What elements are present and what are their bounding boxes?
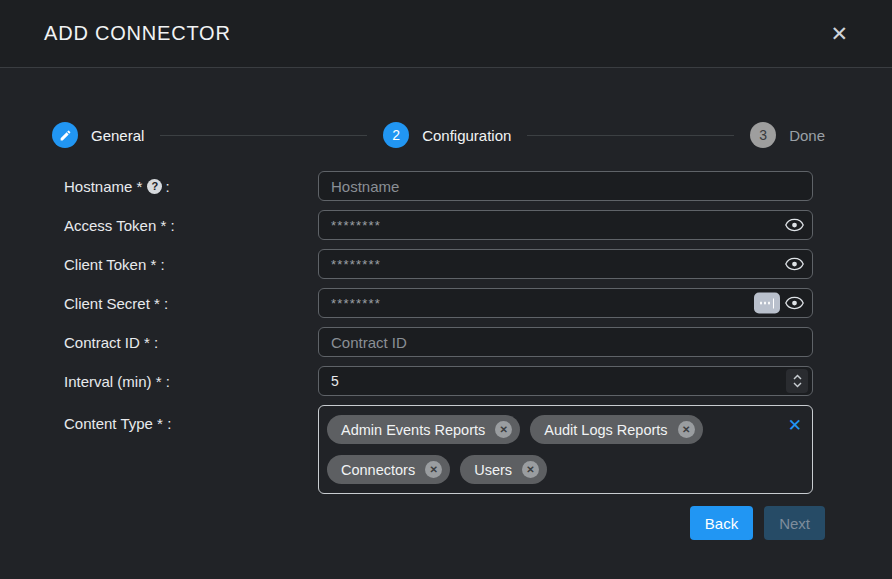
number-stepper-icon[interactable] — [786, 369, 808, 393]
client-secret-label: Client Secret * : — [64, 295, 318, 312]
hostname-label: Hostname * ? : — [64, 178, 318, 195]
step-done: 3 Done — [750, 122, 825, 148]
tag-admin-events-reports: Admin Events Reports ✕ — [327, 415, 520, 444]
step-2-badge: 2 — [383, 122, 409, 148]
hostname-row: Hostname * ? : — [64, 171, 825, 201]
wizard-stepper: General 2 Configuration 3 Done — [52, 122, 825, 148]
connector-config-form: Hostname * ? : Access Token * : — [64, 171, 825, 540]
client-token-row: Client Token * : — [64, 249, 825, 279]
content-type-field-wrap: Admin Events Reports ✕ Audit Logs Report… — [318, 405, 813, 494]
content-type-row: Content Type * : Admin Events Reports ✕ … — [64, 405, 825, 494]
modal-title: ADD CONNECTOR — [44, 22, 231, 45]
content-type-label: Content Type * : — [64, 415, 318, 432]
stepper-connector — [527, 135, 734, 136]
client-token-label: Client Token * : — [64, 256, 318, 273]
tag-users: Users ✕ — [460, 455, 547, 484]
pencil-icon — [52, 122, 78, 148]
tag-remove-icon[interactable]: ✕ — [495, 421, 512, 438]
client-token-field-wrap — [318, 249, 813, 279]
tag-remove-icon[interactable]: ✕ — [522, 461, 539, 478]
access-token-row: Access Token * : — [64, 210, 825, 240]
password-autofill-icon[interactable] — [754, 293, 780, 314]
content-type-multiselect[interactable]: Admin Events Reports ✕ Audit Logs Report… — [318, 405, 813, 494]
contract-id-input[interactable] — [318, 327, 813, 357]
clear-all-icon[interactable]: ✕ — [788, 417, 802, 434]
step-configuration-label: Configuration — [422, 127, 511, 144]
client-secret-field-wrap — [318, 288, 813, 318]
tag-connectors: Connectors ✕ — [327, 455, 450, 484]
next-button[interactable]: Next — [764, 506, 825, 540]
add-connector-modal: ADD CONNECTOR ✕ General 2 Configuration … — [0, 0, 892, 579]
close-icon[interactable]: ✕ — [826, 21, 852, 46]
hostname-input[interactable] — [318, 171, 813, 201]
tag-remove-icon[interactable]: ✕ — [678, 421, 695, 438]
eye-icon[interactable] — [785, 296, 804, 310]
contract-id-label: Contract ID * : — [64, 334, 318, 351]
tag-remove-icon[interactable]: ✕ — [425, 461, 442, 478]
tag-audit-logs-reports: Audit Logs Reports ✕ — [530, 415, 702, 444]
interval-label: Interval (min) * : — [64, 373, 318, 390]
interval-input[interactable] — [318, 366, 813, 396]
step-configuration[interactable]: 2 Configuration — [383, 122, 511, 148]
step-3-badge: 3 — [750, 122, 776, 148]
eye-icon[interactable] — [785, 218, 804, 232]
access-token-field-wrap — [318, 210, 813, 240]
interval-field-wrap — [318, 366, 813, 396]
modal-footer-buttons: Back Next — [64, 506, 825, 540]
step-general-label: General — [91, 127, 144, 144]
access-token-input[interactable] — [318, 210, 813, 240]
client-secret-input[interactable] — [318, 288, 813, 318]
access-token-label: Access Token * : — [64, 217, 318, 234]
interval-row: Interval (min) * : — [64, 366, 825, 396]
client-secret-row: Client Secret * : — [64, 288, 825, 318]
help-icon[interactable]: ? — [147, 179, 162, 194]
hostname-field-wrap — [318, 171, 813, 201]
eye-icon[interactable] — [785, 257, 804, 271]
contract-id-field-wrap — [318, 327, 813, 357]
step-done-label: Done — [789, 127, 825, 144]
stepper-connector — [160, 135, 367, 136]
modal-body: General 2 Configuration 3 Done Hostname … — [0, 68, 892, 579]
back-button[interactable]: Back — [690, 506, 753, 540]
contract-id-row: Contract ID * : — [64, 327, 825, 357]
modal-header: ADD CONNECTOR ✕ — [0, 0, 892, 68]
step-general[interactable]: General — [52, 122, 144, 148]
client-token-input[interactable] — [318, 249, 813, 279]
